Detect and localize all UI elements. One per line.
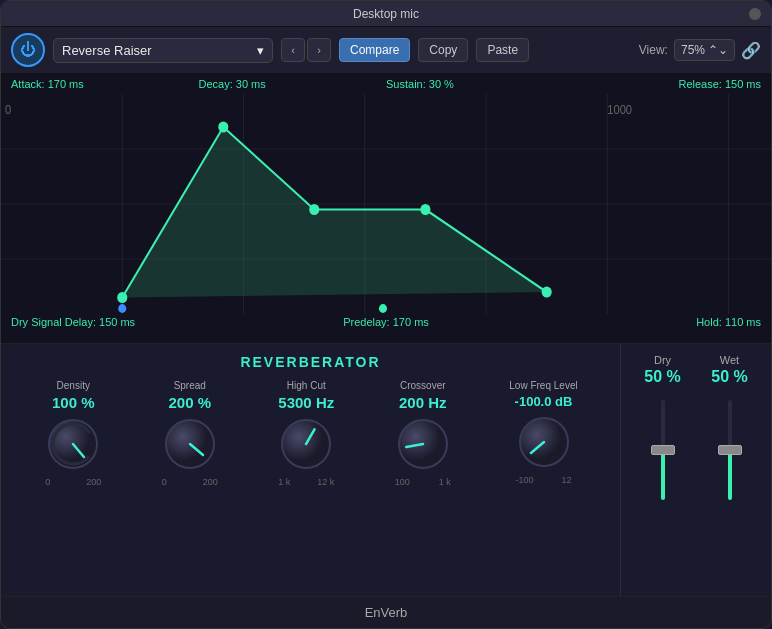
reverberator-panel: REVERBERATOR Density 100 % [1, 344, 621, 596]
env-top-labels: Attack: 170 ms Decay: 30 ms Sustain: 30 … [1, 74, 771, 94]
decay-value: 30 ms [236, 78, 266, 90]
dry-fader-thumb[interactable] [651, 445, 675, 455]
dry-value: 50 % [644, 368, 680, 386]
envelope-canvas[interactable]: 0 1000 [1, 94, 771, 314]
sustain-value: 30 % [429, 78, 454, 90]
dry-fader-wrapper [651, 390, 675, 510]
spread-value: 200 % [168, 394, 211, 411]
dry-signal-value: 150 ms [99, 316, 135, 328]
svg-marker-11 [122, 127, 546, 298]
knob-group-spread: Spread 200 % [160, 380, 220, 487]
crossover-knob[interactable] [393, 414, 453, 474]
compare-button[interactable]: Compare [339, 38, 410, 62]
predelay-value: 170 ms [393, 316, 429, 328]
dropdown-arrow: ▾ [257, 43, 264, 58]
svg-point-16 [542, 287, 552, 298]
dry-label: Dry [654, 354, 671, 366]
envelope-svg: 0 1000 [1, 94, 771, 314]
density-knob[interactable] [43, 414, 103, 474]
forward-button[interactable]: › [307, 38, 331, 62]
wet-value: 50 % [711, 368, 747, 386]
wet-fader[interactable] [718, 400, 742, 500]
sustain-label: Sustain: 30 % [386, 78, 574, 90]
link-button[interactable]: 🔗 [741, 41, 761, 60]
lowfreq-knob[interactable] [514, 412, 574, 472]
lowfreq-label: Low Freq Level [509, 380, 577, 391]
hold-value: 110 ms [725, 316, 761, 328]
density-range: 0200 [45, 477, 101, 487]
svg-point-12 [117, 292, 127, 303]
view-section: View: 75% ⌃⌄ 🔗 [639, 39, 761, 61]
footer: EnVerb [1, 596, 771, 628]
release-label: Release: 150 ms [574, 78, 762, 90]
crossover-value: 200 Hz [399, 394, 447, 411]
dry-col: Dry 50 % [644, 354, 680, 386]
envelope-section: Attack: 170 ms Decay: 30 ms Sustain: 30 … [1, 74, 771, 344]
svg-text:0: 0 [5, 102, 11, 116]
wet-label: Wet [720, 354, 739, 366]
zoom-control[interactable]: 75% ⌃⌄ [674, 39, 735, 61]
spread-knob[interactable] [160, 414, 220, 474]
wet-col: Wet 50 % [711, 354, 747, 386]
wet-fader-fill [728, 450, 732, 500]
preset-dropdown[interactable]: Reverse Raiser ▾ [53, 38, 273, 63]
knob-group-lowfreq: Low Freq Level -100.0 dB [509, 380, 577, 485]
reverberator-title: REVERBERATOR [17, 354, 604, 370]
bottom-section: REVERBERATOR Density 100 % [1, 344, 771, 596]
highcut-knob[interactable] [276, 414, 336, 474]
density-value: 100 % [52, 394, 95, 411]
window-title: Desktop mic [353, 7, 419, 21]
release-value: 150 ms [725, 78, 761, 90]
nav-buttons: ‹ › [281, 38, 331, 62]
svg-point-17 [118, 304, 126, 313]
wet-fader-wrapper [718, 390, 742, 510]
highcut-label: High Cut [287, 380, 326, 391]
crossover-range: 1001 k [395, 477, 451, 487]
knob-group-crossover: Crossover 200 Hz [393, 380, 453, 487]
window-close-button[interactable] [749, 8, 761, 20]
dry-signal-label: Dry Signal Delay: 150 ms [11, 316, 261, 328]
decay-label: Decay: 30 ms [199, 78, 387, 90]
spread-label: Spread [174, 380, 206, 391]
highcut-range: 1 k12 k [278, 477, 334, 487]
title-bar: Desktop mic [1, 1, 771, 27]
copy-button[interactable]: Copy [418, 38, 468, 62]
svg-point-15 [420, 204, 430, 215]
view-label: View: [639, 43, 668, 57]
spread-range: 0200 [162, 477, 218, 487]
density-label: Density [57, 380, 90, 391]
svg-text:1000: 1000 [607, 102, 632, 116]
preset-name: Reverse Raiser [62, 43, 152, 58]
lowfreq-value: -100.0 dB [515, 394, 573, 409]
zoom-value: 75% [681, 43, 705, 57]
back-button[interactable]: ‹ [281, 38, 305, 62]
attack-value: 170 ms [48, 78, 84, 90]
dry-wet-row: Dry 50 % Wet 50 % [629, 354, 763, 386]
dry-fader[interactable] [651, 400, 675, 500]
lowfreq-range: -10012 [516, 475, 572, 485]
svg-point-14 [309, 204, 319, 215]
app-window: Desktop mic ⏻ Reverse Raiser ▾ ‹ › Compa… [0, 0, 772, 629]
wet-fader-thumb[interactable] [718, 445, 742, 455]
attack-label: Attack: 170 ms [11, 78, 199, 90]
predelay-label: Predelay: 170 ms [261, 316, 511, 328]
top-controls: ⏻ Reverse Raiser ▾ ‹ › Compare Copy Past… [1, 27, 771, 74]
hold-label: Hold: 110 ms [511, 316, 761, 328]
crossover-label: Crossover [400, 380, 446, 391]
footer-label: EnVerb [365, 605, 408, 620]
svg-point-13 [218, 122, 228, 133]
env-bottom-labels: Dry Signal Delay: 150 ms Predelay: 170 m… [1, 314, 771, 330]
fader-container [629, 390, 763, 510]
zoom-arrows: ⌃⌄ [708, 43, 728, 57]
knob-group-highcut: High Cut 5300 Hz [276, 380, 336, 487]
paste-button[interactable]: Paste [476, 38, 529, 62]
svg-point-18 [379, 304, 387, 313]
dry-wet-section: Dry 50 % Wet 50 % [621, 344, 771, 596]
knobs-row: Density 100 % [17, 380, 604, 487]
highcut-value: 5300 Hz [278, 394, 334, 411]
knob-group-density: Density 100 % [43, 380, 103, 487]
dry-fader-fill [661, 450, 665, 500]
power-button[interactable]: ⏻ [11, 33, 45, 67]
